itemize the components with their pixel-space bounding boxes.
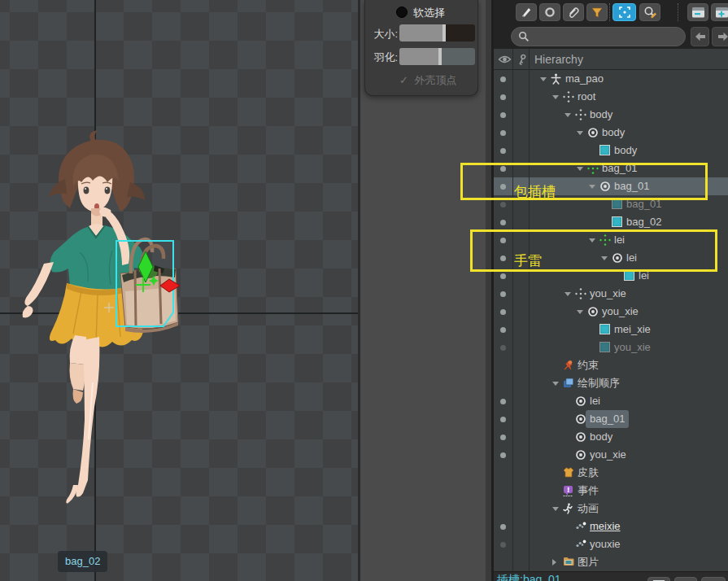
expand-arrow-open-icon[interactable]	[565, 113, 571, 117]
visibility-dot[interactable]	[500, 130, 506, 136]
expand-arrow-open-icon[interactable]	[589, 238, 595, 242]
bottom-image-button[interactable]	[647, 577, 670, 581]
image-icon	[599, 145, 611, 156]
expand-arrow-open-icon[interactable]	[552, 507, 559, 511]
visibility-dot[interactable]	[500, 238, 506, 243]
tree-row-label: you_xie	[602, 303, 639, 321]
tree-row-label: 事件	[578, 482, 599, 500]
tree-row-label: body	[590, 106, 612, 124]
visibility-dot[interactable]	[500, 148, 506, 154]
tree-row-label: mei_xie	[614, 321, 651, 339]
visibility-dot[interactable]	[500, 184, 506, 190]
expand-arrow-open-icon[interactable]	[552, 95, 559, 99]
tree-row-label: bag_01	[626, 195, 661, 213]
visibility-dot[interactable]	[500, 166, 506, 172]
visibility-eye-icon[interactable]	[498, 55, 512, 66]
tree-row-label: lei	[590, 392, 600, 410]
expand-arrow-open-icon[interactable]	[589, 185, 595, 189]
search-input[interactable]	[530, 30, 668, 44]
weights-tool-button[interactable]	[516, 3, 537, 21]
slot-icon	[587, 306, 599, 317]
visibility-dot[interactable]	[500, 345, 506, 351]
visibility-dot[interactable]	[500, 327, 506, 333]
slot-icon	[599, 181, 611, 192]
expand-arrow-open-icon[interactable]	[577, 167, 583, 171]
visibility-dot[interactable]	[500, 452, 506, 458]
visibility-dot[interactable]	[500, 202, 506, 208]
nav-forward-button[interactable]	[712, 27, 728, 46]
collapse-panel-button[interactable]	[687, 3, 708, 21]
circle-tool-button[interactable]	[539, 3, 560, 21]
bottom-tool-button[interactable]	[701, 577, 726, 581]
toolbar-separator	[609, 3, 610, 21]
visibility-dot[interactable]	[500, 112, 506, 118]
visibility-dot[interactable]	[500, 309, 506, 315]
key-icon[interactable]	[517, 54, 528, 65]
clip-icon	[575, 539, 586, 550]
visibility-dot[interactable]	[500, 273, 506, 279]
funnel-icon	[591, 7, 604, 19]
search-edit-tool-button[interactable]	[639, 3, 660, 21]
tree-row-label: body	[590, 428, 612, 446]
selected-slot-status: 插槽:bag_01	[497, 573, 561, 581]
image-icon	[612, 216, 623, 228]
visibility-dot[interactable]	[500, 76, 506, 82]
feather-slider-fill	[399, 48, 440, 65]
feather-slider-handle[interactable]	[438, 48, 442, 65]
expand-arrow-open-icon[interactable]	[577, 310, 583, 314]
expand-arrow-open-icon[interactable]	[552, 382, 559, 386]
runner-icon	[563, 503, 574, 514]
visibility-dot[interactable]	[500, 542, 506, 548]
visibility-dot[interactable]	[500, 524, 506, 530]
expand-arrow-open-icon[interactable]	[565, 292, 571, 296]
tree-row-label: 约束	[578, 356, 599, 374]
hull-vertices-label: 外壳顶点	[415, 74, 457, 86]
hierarchy-header: Hierarchy	[494, 49, 728, 70]
visibility-dot[interactable]	[500, 256, 506, 261]
tree-row-label: bag_01	[586, 410, 629, 428]
expand-arrow-open-icon[interactable]	[577, 131, 583, 135]
tree-row-label: 动画	[578, 500, 599, 518]
tree-row-label: ma_pao	[565, 70, 604, 88]
check-icon: ✓	[399, 74, 408, 86]
soft-select-toggle[interactable]	[396, 7, 408, 18]
visibility-dot[interactable]	[500, 94, 506, 100]
bone-green-icon	[587, 163, 599, 174]
bottom-pointer-button[interactable]	[674, 577, 697, 581]
arrow-right-icon	[717, 32, 728, 42]
size-slider[interactable]	[399, 24, 475, 42]
layers-icon	[563, 378, 574, 389]
tree-row-label: bag_01	[602, 159, 637, 177]
feather-slider[interactable]	[399, 48, 475, 65]
attach-tool-button[interactable]	[563, 3, 584, 21]
hull-vertices-checkbox[interactable]: ✓ 外壳顶点	[399, 73, 457, 88]
search-field[interactable]	[511, 27, 686, 46]
expand-arrow-open-icon[interactable]	[601, 256, 608, 260]
panel-plus-icon	[715, 7, 728, 19]
visibility-dot[interactable]	[500, 417, 506, 422]
character-illustration[interactable]	[16, 130, 211, 521]
tree-row-label: 图片	[578, 553, 599, 571]
visibility-dot[interactable]	[500, 399, 506, 404]
visibility-dot[interactable]	[500, 435, 506, 440]
filter-tool-button[interactable]	[586, 3, 608, 21]
size-slider-handle[interactable]	[442, 24, 446, 42]
paperclip-icon	[567, 6, 580, 19]
nav-back-button[interactable]	[691, 27, 709, 46]
bone-green-icon	[599, 234, 611, 246]
frame-view-tool-button[interactable]	[612, 3, 636, 21]
gutter-divider	[529, 70, 530, 571]
tree-row-label: lei	[614, 231, 625, 249]
slot-icon	[612, 252, 623, 264]
visibility-dot[interactable]	[500, 291, 506, 297]
search-icon	[518, 31, 530, 42]
magnifier-pencil-icon	[643, 6, 657, 19]
image-icon	[599, 342, 611, 353]
expand-arrow-open-icon[interactable]	[540, 77, 547, 81]
hierarchy-title: Hierarchy	[534, 53, 583, 66]
expand-arrow-closed-icon[interactable]	[552, 559, 556, 566]
expand-panel-button[interactable]	[711, 3, 728, 21]
visibility-dot[interactable]	[500, 220, 506, 225]
viewport-canvas[interactable]: bag_02	[0, 0, 358, 581]
ring-icon	[543, 6, 556, 19]
